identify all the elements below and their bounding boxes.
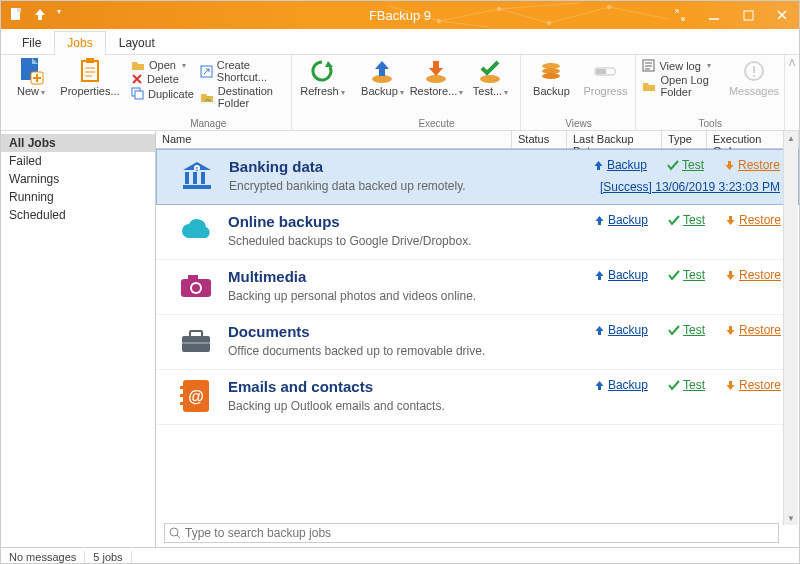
svg-rect-59: [180, 394, 185, 397]
job-list: $ Banking data Encrypted banking data ba…: [156, 149, 799, 519]
menu-file[interactable]: File: [9, 31, 54, 54]
view-log-button[interactable]: View log: [642, 59, 724, 72]
job-backup-link[interactable]: Backup: [594, 378, 648, 392]
job-row[interactable]: $ Banking data Encrypted banking data ba…: [156, 149, 799, 205]
side-pane: All Jobs Failed Warnings Running Schedul…: [1, 131, 156, 547]
new-file-icon: [17, 57, 45, 85]
job-row[interactable]: Online backups Scheduled backups to Goog…: [156, 205, 799, 260]
job-description: Backing up Outlook emails and contacts.: [228, 399, 789, 413]
svg-rect-46: [201, 172, 205, 184]
backup-up-icon: [368, 57, 396, 85]
open-button[interactable]: Open: [131, 59, 194, 71]
svg-point-34: [542, 73, 560, 79]
job-test-link[interactable]: Test: [668, 268, 705, 282]
svg-text:@: @: [188, 388, 204, 405]
ribbon-group-manage: Manage: [131, 117, 285, 129]
status-bar: No messages 5 jobs: [1, 547, 799, 564]
svg-point-62: [170, 528, 178, 536]
column-headers: Name Status Last Backup Date Type Execut…: [156, 131, 799, 149]
delete-button[interactable]: Delete: [131, 73, 194, 85]
svg-rect-47: [183, 185, 211, 189]
svg-rect-45: [193, 172, 197, 184]
cloud-icon: [178, 213, 214, 249]
job-backup-link[interactable]: Backup: [594, 213, 648, 227]
job-backup-link[interactable]: Backup: [594, 323, 648, 337]
job-test-link[interactable]: Test: [668, 378, 705, 392]
destination-folder-button[interactable]: Destination Folder: [200, 85, 286, 109]
svg-rect-42: [753, 66, 755, 73]
job-row[interactable]: @ Emails and contacts Backing up Outlook…: [156, 370, 799, 425]
svg-rect-55: [190, 331, 202, 337]
col-type[interactable]: Type: [662, 131, 707, 148]
job-restore-link[interactable]: Restore: [725, 378, 781, 392]
close-button[interactable]: [765, 1, 799, 29]
svg-rect-56: [182, 342, 210, 344]
contact-icon: @: [178, 378, 214, 414]
camera-icon: [178, 268, 214, 304]
filter-all-jobs[interactable]: All Jobs: [1, 134, 155, 152]
svg-rect-26: [135, 91, 143, 99]
properties-button[interactable]: Properties...: [61, 57, 119, 97]
filter-failed[interactable]: Failed: [1, 152, 155, 170]
search-box[interactable]: [164, 523, 779, 543]
expand-icon[interactable]: [663, 1, 697, 29]
ribbon-group-tools: Tools: [642, 117, 778, 129]
col-last-backup[interactable]: Last Backup Date: [567, 131, 662, 148]
stack-icon: [537, 57, 565, 85]
refresh-button[interactable]: Refresh: [298, 57, 346, 97]
filter-running[interactable]: Running: [1, 188, 155, 206]
minimize-button[interactable]: [697, 1, 731, 29]
svg-rect-36: [596, 69, 606, 74]
create-shortcut-button[interactable]: Create Shortcut...: [200, 59, 286, 83]
col-status[interactable]: Status: [512, 131, 567, 148]
col-name[interactable]: Name: [156, 131, 512, 148]
duplicate-button[interactable]: Duplicate: [131, 87, 194, 100]
menu-jobs[interactable]: Jobs: [54, 31, 105, 54]
ribbon-collapse-icon[interactable]: ᐱ: [785, 55, 799, 130]
svg-point-29: [372, 75, 392, 83]
job-row[interactable]: Multimedia Backing up personal photos an…: [156, 260, 799, 315]
job-description: Office documents backed up to removable …: [228, 344, 789, 358]
open-log-folder-button[interactable]: Open Log Folder: [642, 74, 724, 98]
job-test-link[interactable]: Test: [667, 158, 704, 172]
svg-text:$: $: [196, 166, 199, 172]
svg-point-30: [426, 75, 446, 83]
job-backup-link[interactable]: Backup: [593, 158, 647, 172]
filter-scheduled[interactable]: Scheduled: [1, 206, 155, 224]
svg-rect-14: [744, 11, 753, 20]
view-backup-button[interactable]: Backup: [527, 57, 575, 97]
maximize-button[interactable]: [731, 1, 765, 29]
svg-marker-28: [325, 61, 333, 67]
bank-icon: $: [179, 158, 215, 194]
svg-rect-20: [82, 61, 98, 81]
svg-rect-51: [188, 275, 198, 280]
job-restore-link[interactable]: Restore: [725, 268, 781, 282]
job-status[interactable]: [Success] 13/06/2019 3:23:03 PM: [600, 180, 780, 194]
test-check-icon: [476, 57, 504, 85]
search-input[interactable]: [185, 526, 774, 540]
vertical-scrollbar[interactable]: ▲▼: [783, 131, 798, 525]
job-test-link[interactable]: Test: [668, 323, 705, 337]
svg-rect-58: [180, 386, 185, 389]
job-row[interactable]: Documents Office documents backed up to …: [156, 315, 799, 370]
test-button[interactable]: Test...: [466, 57, 514, 97]
properties-icon: [76, 57, 104, 85]
ribbon-group-execute: Execute: [358, 117, 514, 129]
progress-icon: [591, 57, 619, 85]
job-restore-link[interactable]: Restore: [725, 213, 781, 227]
new-button[interactable]: New: [7, 57, 55, 97]
status-job-count: 5 jobs: [85, 551, 131, 563]
backup-button[interactable]: Backup: [358, 57, 406, 97]
restore-button[interactable]: Restore...: [412, 57, 460, 97]
svg-rect-44: [185, 172, 189, 184]
menu-layout[interactable]: Layout: [106, 31, 168, 54]
filter-warnings[interactable]: Warnings: [1, 170, 155, 188]
job-backup-link[interactable]: Backup: [594, 268, 648, 282]
job-test-link[interactable]: Test: [668, 213, 705, 227]
job-restore-link[interactable]: Restore: [724, 158, 780, 172]
svg-point-31: [480, 75, 500, 83]
job-description: Scheduled backups to Google Drive/Dropbo…: [228, 234, 789, 248]
job-restore-link[interactable]: Restore: [725, 323, 781, 337]
progress-button: Progress: [581, 57, 629, 97]
job-description: Backing up personal photos and videos on…: [228, 289, 789, 303]
